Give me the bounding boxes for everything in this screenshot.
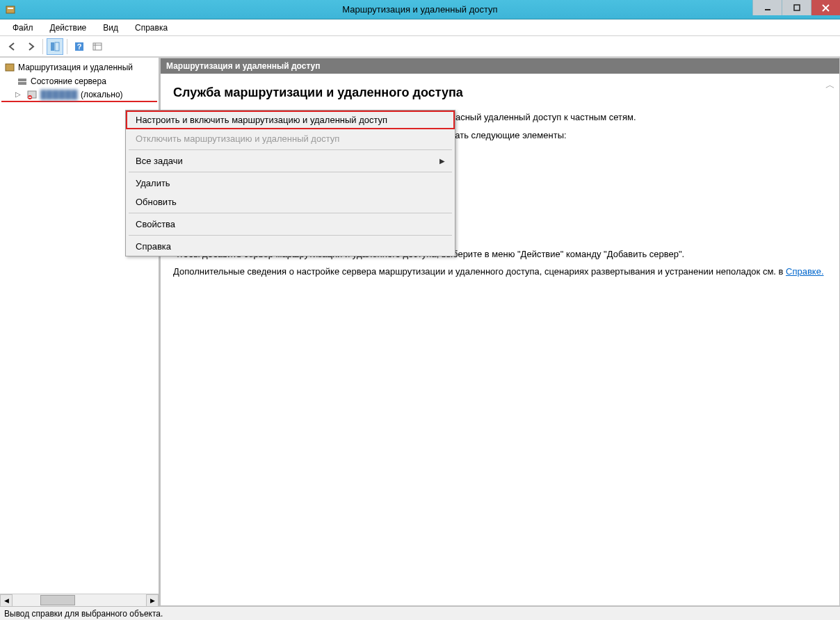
tree-root-label: Маршрутизация и удаленный <box>18 63 133 72</box>
maximize-button[interactable] <box>782 0 811 15</box>
ctx-disable: Отключить маршрутизацию и удаленный дост… <box>126 129 455 148</box>
ctx-help[interactable]: Справка <box>126 237 455 256</box>
ctx-separator <box>129 149 452 150</box>
menu-help[interactable]: Справка <box>128 21 175 35</box>
svg-rect-13 <box>6 64 14 71</box>
tree: Маршрутизация и удаленный Состояние серв… <box>0 58 159 105</box>
properties-button[interactable] <box>89 38 106 55</box>
ctx-properties[interactable]: Свойства <box>126 215 455 234</box>
menu-view[interactable]: Вид <box>96 21 125 35</box>
app-icon <box>4 3 17 16</box>
content-paragraph: Дополнительные сведения о настройке серв… <box>173 265 827 279</box>
ctx-all-tasks[interactable]: Все задачи ▶ <box>126 152 455 170</box>
back-button[interactable] <box>4 38 21 55</box>
horizontal-scrollbar[interactable]: ◀ ▶ <box>0 594 159 606</box>
statusbar-text: Вывод справки для выбранного объекта. <box>4 609 163 619</box>
ctx-separator <box>129 172 452 172</box>
ctx-separator <box>129 213 452 213</box>
tree-server-status[interactable]: Состояние сервера <box>1 74 157 88</box>
scroll-up-icon[interactable]: ︿ <box>825 78 835 92</box>
ctx-refresh[interactable]: Обновить <box>126 193 455 211</box>
tree-root[interactable]: Маршрутизация и удаленный <box>1 60 157 74</box>
help-button[interactable]: ? <box>71 38 88 55</box>
ctx-label: Справка <box>136 241 171 252</box>
server-status-icon <box>17 76 28 87</box>
scroll-right-button[interactable]: ▶ <box>146 594 159 606</box>
svg-rect-10 <box>93 43 102 50</box>
ctx-delete[interactable]: Удалить <box>126 174 455 193</box>
scroll-track[interactable] <box>13 594 146 606</box>
menu-action[interactable]: Действие <box>43 21 94 35</box>
svg-rect-1 <box>8 8 13 9</box>
expand-icon[interactable]: ▷ <box>15 90 24 98</box>
menu-file[interactable]: Файл <box>6 21 40 35</box>
scroll-left-button[interactable]: ◀ <box>0 594 13 606</box>
ctx-label: Обновить <box>136 197 177 207</box>
tree-local-node[interactable]: ▷ ██████ (локально) <box>1 88 157 102</box>
svg-rect-0 <box>6 6 15 13</box>
svg-rect-6 <box>51 42 54 51</box>
svg-text:?: ? <box>77 42 82 51</box>
forward-button[interactable] <box>22 38 39 55</box>
svg-rect-3 <box>794 5 800 10</box>
tree-local-hostname: ██████ <box>40 90 78 99</box>
svg-rect-7 <box>55 42 59 51</box>
content-header: Маршрутизация и удаленный доступ <box>161 58 839 74</box>
window-title: Маршрутизация и удаленный доступ <box>342 4 497 15</box>
content-text: Дополнительные сведения о настройке серв… <box>173 266 786 277</box>
submenu-arrow-icon: ▶ <box>439 157 445 165</box>
server-stopped-icon <box>26 89 38 100</box>
ctx-label: Свойства <box>136 219 175 229</box>
context-menu: Настроить и включить маршрутизацию и уда… <box>125 110 455 256</box>
toolbar-separator <box>42 39 43 54</box>
minimize-button[interactable] <box>752 0 782 15</box>
svg-rect-15 <box>18 82 26 85</box>
window-controls <box>752 0 840 15</box>
ctx-label: Отключить маршрутизацию и удаленный дост… <box>136 133 339 144</box>
titlebar: Маршрутизация и удаленный доступ <box>0 0 840 19</box>
content-title: Служба маршрутизации и удаленного доступ… <box>173 83 827 102</box>
help-link[interactable]: Справке. <box>786 266 823 277</box>
tree-local-label: (локально) <box>81 90 123 99</box>
ctx-label: Все задачи <box>136 156 183 166</box>
ctx-configure-enable[interactable]: Настроить и включить маршрутизацию и уда… <box>126 111 455 129</box>
show-hide-tree-button[interactable] <box>47 38 63 55</box>
close-button[interactable] <box>811 0 840 15</box>
routing-icon <box>4 62 15 73</box>
toolbar: ? <box>0 36 840 57</box>
scroll-thumb[interactable] <box>40 595 75 605</box>
ctx-separator <box>129 235 452 236</box>
tree-server-status-label: Состояние сервера <box>31 76 106 86</box>
toolbar-separator <box>67 39 67 54</box>
svg-rect-14 <box>18 79 26 81</box>
menubar: Файл Действие Вид Справка <box>0 19 840 36</box>
ctx-label: Настроить и включить маршрутизацию и уда… <box>136 115 387 125</box>
ctx-label: Удалить <box>136 178 170 188</box>
statusbar: Вывод справки для выбранного объекта. <box>0 606 840 620</box>
